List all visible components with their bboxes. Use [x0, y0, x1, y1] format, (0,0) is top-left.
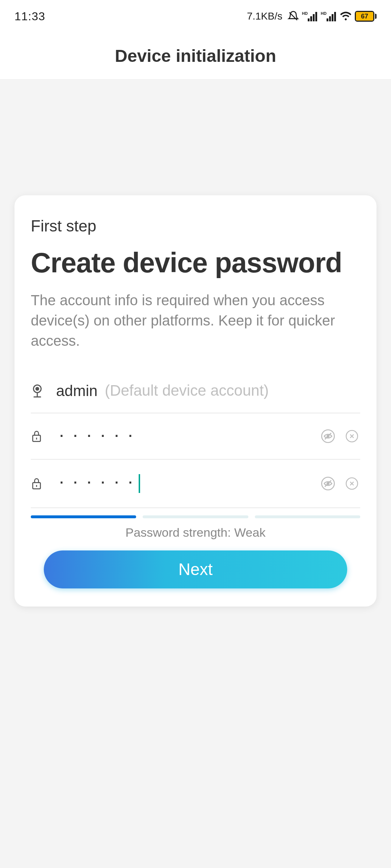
content-area: First step Create device password The ac…	[0, 80, 391, 607]
network-speed: 7.1KB/s	[247, 10, 282, 22]
username-value: admin	[56, 382, 97, 400]
text-cursor	[139, 474, 140, 493]
confirm-password-field[interactable]: ······	[31, 460, 360, 508]
user-icon	[31, 384, 49, 398]
svg-rect-2	[310, 16, 312, 21]
svg-text:HD: HD	[321, 11, 327, 16]
svg-point-11	[36, 387, 39, 390]
form-card: First step Create device password The ac…	[14, 195, 377, 607]
strength-label: Password strength: Weak	[31, 526, 360, 540]
lock-icon	[31, 477, 49, 490]
svg-rect-8	[332, 14, 333, 21]
password-field[interactable]: ······	[31, 413, 360, 460]
status-right-cluster: 7.1KB/s HD HD	[247, 10, 377, 22]
username-field: admin (Default device account)	[31, 369, 360, 413]
strength-bar-1	[31, 515, 136, 518]
clear-icon[interactable]	[344, 428, 360, 444]
strength-bar-3	[255, 515, 360, 518]
svg-rect-4	[315, 12, 317, 21]
wifi-icon	[340, 11, 352, 21]
svg-rect-13	[36, 438, 37, 439]
battery-icon: 67	[355, 11, 377, 22]
mute-icon	[287, 10, 299, 22]
app-header: Device initialization	[0, 33, 391, 80]
strength-bar-2	[143, 515, 248, 518]
svg-rect-18	[36, 485, 37, 487]
username-hint: (Default device account)	[105, 382, 269, 400]
svg-rect-1	[308, 18, 310, 21]
status-time: 11:33	[14, 10, 45, 23]
signal-icon-2: HD	[321, 11, 337, 21]
card-description: The account info is required when you ac…	[31, 290, 360, 351]
signal-icon: HD	[302, 11, 318, 21]
confirm-password-text: ······	[60, 475, 142, 490]
card-title: Create device password	[31, 246, 360, 279]
confirm-password-value: ······	[60, 474, 320, 493]
svg-rect-9	[334, 12, 336, 21]
next-button-label: Next	[178, 559, 213, 579]
status-bar: 11:33 7.1KB/s HD HD	[0, 0, 391, 33]
eye-hidden-icon[interactable]	[320, 475, 336, 492]
page-title: Device initialization	[115, 46, 276, 66]
battery-level: 67	[356, 12, 373, 21]
svg-text:HD: HD	[302, 11, 308, 16]
password-value: ······	[60, 429, 320, 444]
step-label: First step	[31, 217, 360, 235]
eye-hidden-icon[interactable]	[320, 428, 336, 444]
next-button[interactable]: Next	[44, 550, 347, 588]
svg-rect-6	[327, 18, 328, 21]
svg-rect-7	[329, 16, 331, 21]
clear-icon[interactable]	[344, 475, 360, 492]
strength-indicator	[31, 515, 360, 518]
svg-rect-3	[313, 14, 315, 21]
lock-icon	[31, 429, 49, 443]
